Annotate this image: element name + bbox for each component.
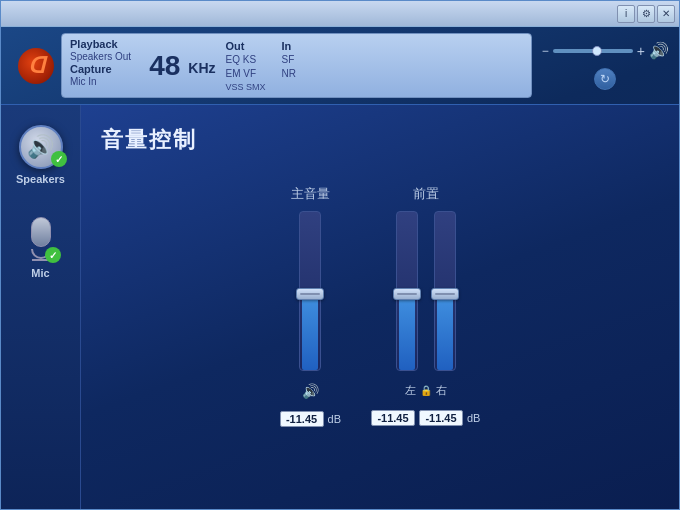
master-speaker-icon: 🔊	[302, 383, 319, 399]
in-section: In SF NR	[282, 40, 296, 94]
speakers-check-badge: ✓	[51, 151, 67, 167]
sliders-container: 主音量 🔊 -11.45 dB	[101, 185, 659, 489]
left-slider-thumb[interactable]	[393, 288, 421, 300]
master-value-row: -11.45 dB	[280, 411, 341, 427]
header-volume-slider[interactable]	[553, 49, 633, 53]
master-db-label: dB	[328, 413, 341, 425]
in-item-2: NR	[282, 67, 296, 81]
main-content: 🔊 Speakers ✓ Mic ✓ 音量控制	[1, 105, 679, 509]
close-button[interactable]: ✕	[657, 5, 675, 23]
header-panel: ᗡ Playback Speakers Out Capture Mic In 4…	[1, 27, 679, 105]
vol-minus-icon: −	[542, 44, 549, 58]
right-slider-fill	[437, 295, 453, 370]
right-slider-thumb[interactable]	[431, 288, 459, 300]
front-volume-label: 前置	[413, 185, 439, 203]
master-slider	[299, 211, 321, 371]
frequency-value: 48	[141, 50, 188, 82]
refresh-button[interactable]: ↻	[594, 68, 616, 90]
title-bar-buttons: i ⚙ ✕	[617, 5, 675, 23]
master-slider-track[interactable]	[299, 211, 321, 371]
panel-title: 音量控制	[101, 125, 659, 155]
out-item-2: EM VF	[226, 67, 266, 81]
front-volume-group: 前置	[371, 185, 480, 426]
speakers-out-label: Speakers Out	[70, 51, 131, 62]
right-slider-track[interactable]	[434, 211, 456, 371]
playback-section: Playback Speakers Out Capture Mic In	[70, 38, 131, 87]
volume-slider-header: − + 🔊	[542, 41, 669, 60]
master-volume-label: 主音量	[291, 185, 330, 203]
front-sliders-row	[396, 211, 456, 371]
master-sliders-row	[299, 211, 321, 371]
lock-icon: 🔒	[420, 385, 432, 396]
master-volume-group: 主音量 🔊 -11.45 dB	[280, 185, 341, 427]
master-value-box: -11.45	[280, 411, 324, 427]
in-item-1: SF	[282, 53, 296, 67]
right-label: 右	[436, 383, 447, 398]
app-logo: ᗡ	[18, 48, 54, 84]
header-slider-thumb	[592, 46, 602, 56]
content-panel: 音量控制 主音量 🔊	[81, 105, 679, 509]
out-items: EQ KS EM VF VSS SMX	[226, 53, 266, 94]
header-right: − + 🔊 ↻	[532, 41, 669, 90]
right-slider	[434, 211, 456, 371]
app-window: i ⚙ ✕ ᗡ Playback Speakers Out Capture Mi…	[0, 0, 680, 510]
out-label: Out	[226, 40, 266, 52]
speaker-header-icon: 🔊	[649, 41, 669, 60]
info-button[interactable]: i	[617, 5, 635, 23]
master-bottom-row: 🔊	[302, 383, 319, 399]
out-in-section: Out EQ KS EM VF VSS SMX In SF NR	[226, 38, 296, 94]
left-label: 左	[405, 383, 416, 398]
mic-body	[31, 217, 51, 247]
playback-label[interactable]: Playback	[70, 38, 131, 50]
title-bar: i ⚙ ✕	[1, 1, 679, 27]
sidebar-item-speakers[interactable]: 🔊 Speakers ✓	[16, 125, 65, 185]
mic-check-badge: ✓	[45, 247, 61, 263]
settings-button[interactable]: ⚙	[637, 5, 655, 23]
left-slider-track[interactable]	[396, 211, 418, 371]
left-value-box: -11.45	[371, 410, 415, 426]
sidebar: 🔊 Speakers ✓ Mic ✓	[1, 105, 81, 509]
left-slider	[396, 211, 418, 371]
in-label: In	[282, 40, 296, 52]
sidebar-item-mic[interactable]: Mic ✓	[23, 215, 59, 279]
master-slider-thumb[interactable]	[296, 288, 324, 300]
right-value-box: -11.45	[419, 410, 463, 426]
master-slider-fill	[302, 295, 318, 370]
speakers-label: Speakers	[16, 173, 65, 185]
in-items: SF NR	[282, 53, 296, 81]
lr-db-label: dB	[467, 412, 480, 424]
mic-label: Mic	[31, 267, 49, 279]
out-item-3: VSS SMX	[226, 81, 266, 94]
header-tabs: Playback Speakers Out Capture Mic In 48 …	[61, 33, 532, 99]
lr-value-row: -11.45 -11.45 dB	[371, 410, 480, 426]
out-section: Out EQ KS EM VF VSS SMX	[226, 40, 266, 94]
lr-label-row: 左 🔒 右	[405, 383, 447, 398]
left-slider-fill	[399, 295, 415, 370]
out-item-1: EQ KS	[226, 53, 266, 67]
lr-labels: 左 🔒 右	[405, 383, 447, 398]
frequency-unit: KHz	[188, 60, 215, 82]
logo-area: ᗡ	[11, 48, 61, 84]
vol-plus-icon: +	[637, 43, 645, 59]
capture-label[interactable]: Capture	[70, 63, 131, 75]
mic-in-label: Mic In	[70, 76, 131, 87]
header-info: Playback Speakers Out Capture Mic In 48 …	[61, 33, 532, 99]
